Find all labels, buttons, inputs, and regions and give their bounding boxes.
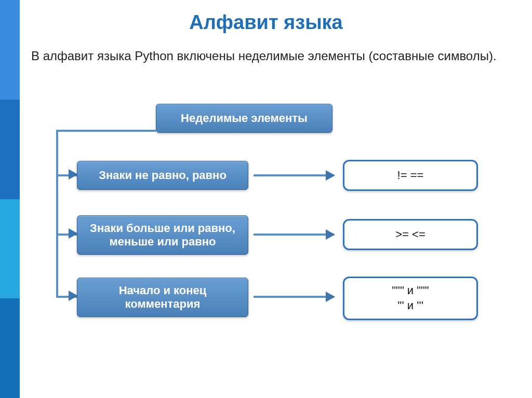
page-title: Алфавит языка xyxy=(0,11,532,34)
row-1-label: Знаки не равно, равно xyxy=(99,169,227,182)
row-3-example-box: """ и """ ''' и ''' xyxy=(343,277,478,320)
row-1-example-box: != == xyxy=(343,160,478,191)
side-stripe xyxy=(0,0,20,398)
arrow-row-2 xyxy=(254,234,334,236)
row-1-example: != == xyxy=(397,169,424,182)
root-box: Неделимые элементы xyxy=(156,104,332,133)
row-3-example: """ и """ ''' и ''' xyxy=(392,283,429,313)
row-2-example-box: >= <= xyxy=(343,219,478,250)
row-2-label-box: Знаки больше или равно, меньше или равно xyxy=(77,215,248,255)
intro-text: В алфавит языка Python включены неделимы… xyxy=(31,48,516,64)
row-3-label-box: Начало и конец комментария xyxy=(77,278,248,317)
arrow-row-1 xyxy=(254,174,334,176)
diagram-area: Неделимые элементы Знаки не равно, равно… xyxy=(31,104,514,363)
row-1-label-box: Знаки не равно, равно xyxy=(77,161,248,190)
connector-row-3 xyxy=(56,132,77,298)
arrow-row-3 xyxy=(254,296,334,298)
root-label: Неделимые элементы xyxy=(181,112,308,125)
row-2-label: Знаки больше или равно, меньше или равно xyxy=(90,222,235,249)
row-3-label: Начало и конец комментария xyxy=(119,284,207,311)
row-2-example: >= <= xyxy=(395,228,425,241)
